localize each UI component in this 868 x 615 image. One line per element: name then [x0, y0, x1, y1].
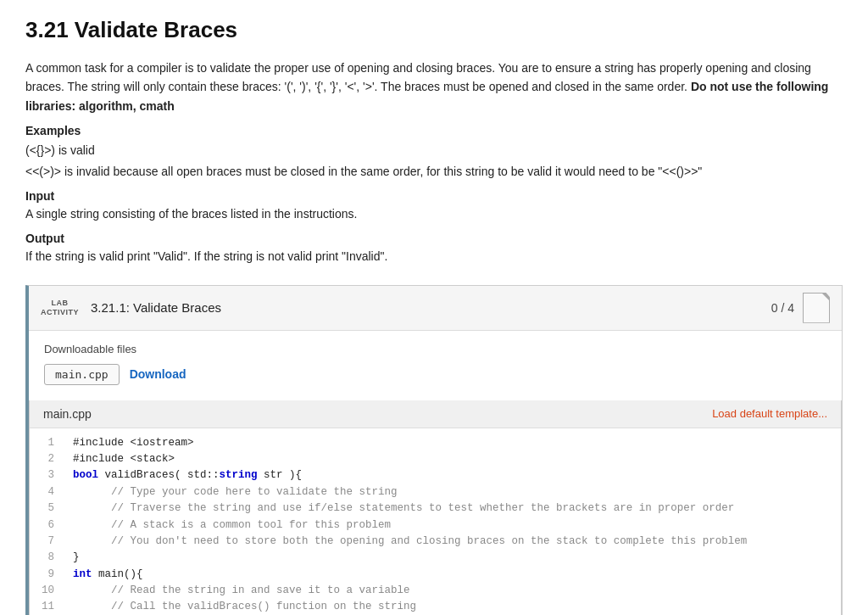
description-paragraph: A common task for a compiler is to valid… — [25, 59, 843, 115]
code-area[interactable]: 1234567891011121314151617 #include <iost… — [30, 428, 841, 615]
lab-badge-line1: LAB — [52, 299, 69, 308]
code-content[interactable]: #include <iostream>#include <stack>bool … — [64, 435, 755, 615]
lab-activity-box: LAB ACTIVITY 3.21.1: Validate Braces 0 /… — [25, 285, 843, 615]
files-area: Downloadable files main.cpp Download — [29, 331, 842, 400]
lab-activity-header: LAB ACTIVITY 3.21.1: Validate Braces 0 /… — [29, 286, 842, 331]
page-title: 3.21 Validate Braces — [25, 17, 843, 43]
downloadable-files-label: Downloadable files — [44, 343, 826, 355]
code-filename: main.cpp — [43, 407, 92, 421]
output-text: If the string is valid print "Valid". If… — [25, 247, 843, 266]
lab-activity-title: 3.21.1: Validate Braces — [91, 300, 221, 315]
file-chip: main.cpp — [44, 364, 120, 385]
lab-activity-left: LAB ACTIVITY 3.21.1: Validate Braces — [41, 299, 221, 317]
lab-score-area: 0 / 4 — [771, 293, 830, 323]
download-link[interactable]: Download — [130, 367, 186, 381]
file-row: main.cpp Download — [44, 364, 826, 385]
lab-badge: LAB ACTIVITY — [41, 299, 79, 317]
lab-badge-line2: ACTIVITY — [41, 308, 79, 317]
example-1: (<{}>) is valid — [25, 141, 843, 159]
input-text: A single string consisting of the braces… — [25, 204, 843, 223]
lab-score: 0 / 4 — [771, 301, 794, 315]
example-2: <<(>)> is invalid because all open brace… — [25, 162, 843, 181]
input-label: Input — [25, 189, 843, 203]
code-editor-topbar: main.cpp Load default template... — [30, 400, 841, 428]
load-template-link[interactable]: Load default template... — [712, 407, 827, 420]
code-editor-wrapper: main.cpp Load default template... 123456… — [29, 400, 842, 615]
output-label: Output — [25, 232, 843, 245]
examples-label: Examples — [25, 124, 843, 137]
line-numbers: 1234567891011121314151617 — [30, 435, 64, 615]
lab-document-icon — [803, 293, 830, 323]
